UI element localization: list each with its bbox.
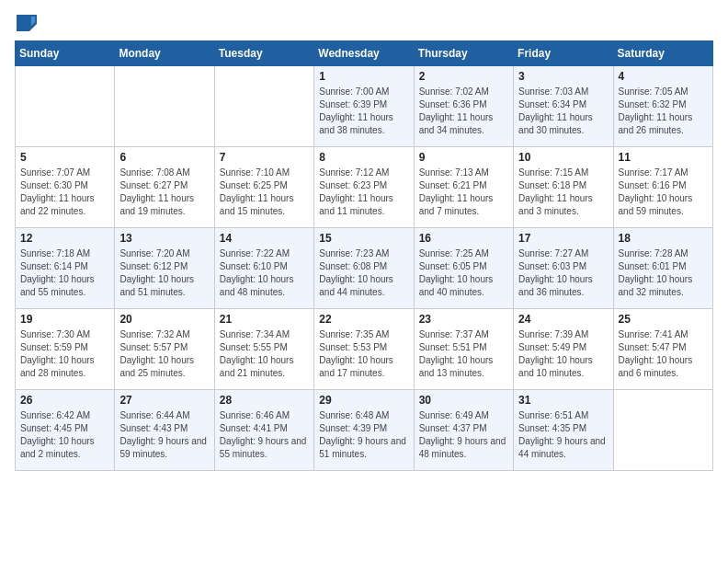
cell-info: Sunrise: 6:48 AM Sunset: 4:39 PM Dayligh… (319, 409, 408, 461)
cell-info: Sunrise: 7:27 AM Sunset: 6:03 PM Dayligh… (518, 247, 608, 299)
day-number: 4 (619, 70, 708, 83)
calendar-cell (16, 66, 115, 147)
calendar-week-row: 26Sunrise: 6:42 AM Sunset: 4:45 PM Dayli… (16, 390, 713, 471)
day-number: 25 (619, 313, 708, 326)
day-number: 24 (518, 313, 608, 326)
cell-info: Sunrise: 7:05 AM Sunset: 6:32 PM Dayligh… (619, 86, 708, 137)
calendar-cell: 28Sunrise: 6:46 AM Sunset: 4:41 PM Dayli… (214, 390, 313, 471)
weekday-header: Thursday (414, 41, 513, 66)
cell-info: Sunrise: 7:08 AM Sunset: 6:27 PM Dayligh… (119, 167, 209, 218)
cell-info: Sunrise: 7:15 AM Sunset: 6:18 PM Dayligh… (518, 167, 608, 218)
day-number: 22 (319, 313, 408, 326)
day-number: 9 (419, 151, 508, 164)
cell-info: Sunrise: 7:10 AM Sunset: 6:25 PM Dayligh… (220, 167, 309, 218)
calendar-cell: 18Sunrise: 7:28 AM Sunset: 6:01 PM Dayli… (613, 228, 712, 309)
cell-info: Sunrise: 7:22 AM Sunset: 6:10 PM Dayligh… (220, 247, 309, 299)
cell-info: Sunrise: 7:25 AM Sunset: 6:05 PM Dayligh… (419, 247, 508, 299)
cell-info: Sunrise: 7:17 AM Sunset: 6:16 PM Dayligh… (619, 167, 708, 218)
cell-info: Sunrise: 6:49 AM Sunset: 4:37 PM Dayligh… (419, 409, 508, 461)
day-number: 28 (220, 394, 309, 407)
cell-info: Sunrise: 7:12 AM Sunset: 6:23 PM Dayligh… (319, 167, 408, 218)
cell-info: Sunrise: 7:00 AM Sunset: 6:39 PM Dayligh… (319, 86, 408, 137)
calendar-week-row: 12Sunrise: 7:18 AM Sunset: 6:14 PM Dayli… (16, 228, 713, 309)
cell-info: Sunrise: 7:34 AM Sunset: 5:55 PM Dayligh… (220, 328, 309, 380)
calendar-cell (214, 66, 313, 147)
calendar-week-row: 19Sunrise: 7:30 AM Sunset: 5:59 PM Dayli… (16, 309, 713, 390)
day-number: 8 (319, 151, 408, 164)
header (15, 15, 713, 29)
logo-icon (17, 15, 37, 31)
day-number: 6 (119, 151, 209, 164)
day-number: 3 (518, 70, 608, 83)
day-number: 21 (220, 313, 309, 326)
calendar-cell: 8Sunrise: 7:12 AM Sunset: 6:23 PM Daylig… (314, 147, 414, 228)
cell-info: Sunrise: 7:07 AM Sunset: 6:30 PM Dayligh… (20, 167, 109, 218)
cell-info: Sunrise: 7:20 AM Sunset: 6:12 PM Dayligh… (119, 247, 209, 299)
weekday-header: Friday (514, 41, 613, 66)
calendar-cell: 25Sunrise: 7:41 AM Sunset: 5:47 PM Dayli… (613, 309, 712, 390)
cell-info: Sunrise: 6:46 AM Sunset: 4:41 PM Dayligh… (220, 409, 309, 461)
weekday-header-row: SundayMondayTuesdayWednesdayThursdayFrid… (16, 41, 713, 66)
cell-info: Sunrise: 7:37 AM Sunset: 5:51 PM Dayligh… (419, 328, 508, 380)
cell-info: Sunrise: 7:18 AM Sunset: 6:14 PM Dayligh… (20, 247, 109, 299)
day-number: 7 (220, 151, 309, 164)
day-number: 1 (319, 70, 408, 83)
calendar-cell: 19Sunrise: 7:30 AM Sunset: 5:59 PM Dayli… (16, 309, 115, 390)
calendar-cell: 21Sunrise: 7:34 AM Sunset: 5:55 PM Dayli… (214, 309, 313, 390)
calendar-cell: 4Sunrise: 7:05 AM Sunset: 6:32 PM Daylig… (613, 66, 712, 147)
weekday-header: Saturday (613, 41, 712, 66)
day-number: 19 (20, 313, 109, 326)
calendar-cell: 6Sunrise: 7:08 AM Sunset: 6:27 PM Daylig… (115, 147, 214, 228)
calendar-week-row: 5Sunrise: 7:07 AM Sunset: 6:30 PM Daylig… (16, 147, 713, 228)
day-number: 5 (20, 151, 109, 164)
calendar-cell: 7Sunrise: 7:10 AM Sunset: 6:25 PM Daylig… (214, 147, 313, 228)
calendar-cell: 30Sunrise: 6:49 AM Sunset: 4:37 PM Dayli… (414, 390, 513, 471)
calendar-cell (115, 66, 214, 147)
cell-info: Sunrise: 7:13 AM Sunset: 6:21 PM Dayligh… (419, 167, 508, 218)
day-number: 12 (20, 232, 109, 245)
day-number: 17 (518, 232, 608, 245)
cell-info: Sunrise: 6:42 AM Sunset: 4:45 PM Dayligh… (20, 409, 109, 461)
calendar-week-row: 1Sunrise: 7:00 AM Sunset: 6:39 PM Daylig… (16, 66, 713, 147)
day-number: 31 (518, 394, 608, 407)
calendar-table: SundayMondayTuesdayWednesdayThursdayFrid… (15, 40, 713, 471)
calendar-cell: 3Sunrise: 7:03 AM Sunset: 6:34 PM Daylig… (514, 66, 613, 147)
day-number: 20 (119, 313, 209, 326)
calendar-cell: 2Sunrise: 7:02 AM Sunset: 6:36 PM Daylig… (414, 66, 513, 147)
cell-info: Sunrise: 6:51 AM Sunset: 4:35 PM Dayligh… (518, 409, 608, 461)
cell-info: Sunrise: 7:41 AM Sunset: 5:47 PM Dayligh… (619, 328, 708, 380)
calendar-cell: 31Sunrise: 6:51 AM Sunset: 4:35 PM Dayli… (514, 390, 613, 471)
day-number: 13 (119, 232, 209, 245)
cell-info: Sunrise: 7:35 AM Sunset: 5:53 PM Dayligh… (319, 328, 408, 380)
cell-info: Sunrise: 7:30 AM Sunset: 5:59 PM Dayligh… (20, 328, 109, 380)
calendar-cell: 1Sunrise: 7:00 AM Sunset: 6:39 PM Daylig… (314, 66, 414, 147)
logo (15, 15, 37, 29)
calendar-cell: 9Sunrise: 7:13 AM Sunset: 6:21 PM Daylig… (414, 147, 513, 228)
cell-info: Sunrise: 7:03 AM Sunset: 6:34 PM Dayligh… (518, 86, 608, 137)
weekday-header: Wednesday (314, 41, 414, 66)
calendar-cell (613, 390, 712, 471)
weekday-header: Sunday (16, 41, 115, 66)
calendar-cell: 23Sunrise: 7:37 AM Sunset: 5:51 PM Dayli… (414, 309, 513, 390)
cell-info: Sunrise: 7:32 AM Sunset: 5:57 PM Dayligh… (119, 328, 209, 380)
day-number: 26 (20, 394, 109, 407)
calendar-cell: 5Sunrise: 7:07 AM Sunset: 6:30 PM Daylig… (16, 147, 115, 228)
calendar-cell: 17Sunrise: 7:27 AM Sunset: 6:03 PM Dayli… (514, 228, 613, 309)
cell-info: Sunrise: 6:44 AM Sunset: 4:43 PM Dayligh… (119, 409, 209, 461)
day-number: 2 (419, 70, 508, 83)
cell-info: Sunrise: 7:28 AM Sunset: 6:01 PM Dayligh… (619, 247, 708, 299)
weekday-header: Tuesday (214, 41, 313, 66)
day-number: 16 (419, 232, 508, 245)
day-number: 15 (319, 232, 408, 245)
day-number: 11 (619, 151, 708, 164)
day-number: 23 (419, 313, 508, 326)
calendar-cell: 20Sunrise: 7:32 AM Sunset: 5:57 PM Dayli… (115, 309, 214, 390)
calendar-cell: 27Sunrise: 6:44 AM Sunset: 4:43 PM Dayli… (115, 390, 214, 471)
cell-info: Sunrise: 7:39 AM Sunset: 5:49 PM Dayligh… (518, 328, 608, 380)
calendar-cell: 11Sunrise: 7:17 AM Sunset: 6:16 PM Dayli… (613, 147, 712, 228)
cell-info: Sunrise: 7:02 AM Sunset: 6:36 PM Dayligh… (419, 86, 508, 137)
day-number: 18 (619, 232, 708, 245)
calendar-cell: 24Sunrise: 7:39 AM Sunset: 5:49 PM Dayli… (514, 309, 613, 390)
calendar-cell: 29Sunrise: 6:48 AM Sunset: 4:39 PM Dayli… (314, 390, 414, 471)
calendar-cell: 15Sunrise: 7:23 AM Sunset: 6:08 PM Dayli… (314, 228, 414, 309)
